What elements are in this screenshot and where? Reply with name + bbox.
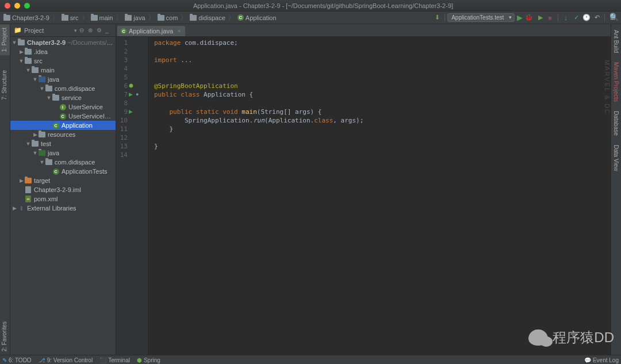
close-window-button[interactable] (5, 3, 10, 9)
hide-panel-icon[interactable]: ⎯ (105, 27, 112, 34)
commit-button[interactable]: ✓ (572, 14, 580, 22)
maximize-window-button[interactable] (24, 3, 30, 9)
favorites-tool-tab[interactable]: 2: Favorites (0, 318, 10, 355)
tree-main[interactable]: ▼ main (10, 66, 116, 75)
maven-projects-tab[interactable]: Maven Projects (612, 59, 620, 105)
right-tool-tabs: Ant Build Maven Projects Database Data V… (611, 24, 621, 355)
revert-button[interactable]: ↶ (593, 14, 601, 22)
ant-build-tab[interactable]: Ant Build (612, 26, 620, 56)
window-title: Application.java - Chapter3-2-9 - [~/Doc… (30, 2, 616, 9)
data-view-tab[interactable]: Data View (612, 141, 620, 174)
expand-arrow-icon[interactable]: ▼ (39, 159, 45, 165)
locate-icon[interactable]: ⊕ (88, 27, 95, 34)
expand-arrow-icon[interactable]: ▶ (18, 49, 24, 55)
minimize-window-button[interactable] (14, 3, 20, 9)
watermark-logo: 程序猿DD (528, 328, 614, 347)
tree-service[interactable]: ▼ service (10, 93, 116, 102)
code-area[interactable]: package com.didispace; import ... @Sprin… (148, 37, 611, 355)
libraries-icon: ⫴ (17, 205, 25, 212)
breadcrumb-com[interactable]: com (158, 14, 178, 21)
tree-root[interactable]: ▼ Chapter3-2-9 ~/Documents/git/githu (10, 38, 116, 47)
expand-arrow-icon[interactable]: ▶ (18, 178, 24, 183)
folder-icon (25, 49, 32, 55)
history-button[interactable]: 🕐 (582, 14, 591, 22)
tree-test-package[interactable]: ▼ com.didispace (10, 158, 116, 167)
tree-userserviceimpl[interactable]: UserServiceImpl (10, 112, 116, 121)
spring-tool-button[interactable]: ⬢Spring (137, 357, 160, 363)
terminal-tool-button[interactable]: ⬛Terminal (99, 357, 130, 363)
expand-arrow-icon[interactable]: ▼ (12, 40, 17, 45)
tree-package[interactable]: ▼ com.didispace (10, 84, 116, 93)
project-panel: 📁 Project ▾ ⊖ ⊕ ⚙ ⎯ ▼ Chapter3-2-9 ~/Doc… (10, 24, 116, 355)
todo-tool-button[interactable]: ✎6: TODO (2, 357, 32, 363)
breadcrumb-didispace[interactable]: didispace (190, 14, 225, 21)
debug-button[interactable]: 🐞 (525, 14, 533, 21)
structure-tool-tab[interactable]: 7: Structure (0, 67, 10, 104)
expand-arrow-icon[interactable]: ▼ (46, 95, 52, 101)
close-tab-icon[interactable]: × (178, 28, 181, 34)
update-project-button[interactable]: ↓ (562, 14, 570, 22)
search-everywhere-button[interactable]: 🔍 (610, 13, 619, 21)
editor-tab-application[interactable]: Application.java × (117, 26, 185, 36)
database-tab[interactable]: Database (612, 108, 620, 139)
editor-body[interactable]: 1234567891011121314 ⬢ ▶ ● ▶ package com.… (116, 37, 611, 355)
package-icon (52, 95, 59, 101)
tree-application[interactable]: Application (10, 121, 116, 130)
stop-button[interactable]: ■ (548, 14, 552, 21)
build-button[interactable]: ⬇ (433, 14, 441, 22)
navigation-bar: Chapter3-2-9 〉 src 〉 main 〉 java 〉 com 〉… (0, 12, 621, 24)
collapse-all-icon[interactable]: ⊖ (79, 27, 86, 34)
class-icon (237, 14, 244, 21)
tree-userservice[interactable]: UserService (10, 102, 116, 112)
tree-external-libs[interactable]: ▶ ⫴ External Libraries (10, 204, 116, 213)
tree-idea[interactable]: ▶ .idea (10, 47, 116, 56)
coverage-button[interactable]: ▶ (536, 14, 545, 22)
implements-icon[interactable]: ● (136, 90, 139, 99)
run-configuration-selector[interactable]: ApplicationTests.test (447, 13, 515, 22)
folder-icon (25, 58, 32, 64)
run-line-icon[interactable]: ▶ (129, 90, 133, 99)
settings-icon[interactable]: ⚙ (97, 27, 103, 34)
event-log-button[interactable]: 💬Event Log (584, 357, 619, 363)
tree-resources[interactable]: ▶ resources (10, 130, 116, 139)
left-tool-tabs: 1: Project 7: Structure 2: Favorites (0, 24, 10, 355)
expand-arrow-icon[interactable]: ▼ (25, 67, 31, 73)
folder-icon (158, 15, 164, 21)
file-icon (25, 186, 31, 193)
folder-icon (32, 67, 39, 73)
expand-arrow-icon[interactable]: ▼ (39, 86, 45, 91)
tree-java[interactable]: ▼ java (10, 75, 116, 84)
folder-icon (91, 15, 98, 21)
tree-test[interactable]: ▼ test (10, 139, 116, 148)
tree-target[interactable]: ▶ target (10, 176, 116, 185)
run-button[interactable]: ▶ (517, 13, 523, 22)
breadcrumb-class[interactable]: Application (237, 14, 277, 21)
class-icon (53, 168, 59, 175)
version-control-tool-button[interactable]: ⎇9: Version Control (39, 357, 93, 363)
line-numbers: 1234567891011121314 (116, 39, 128, 355)
folder-icon (62, 15, 68, 21)
project-tool-tab[interactable]: 1: Project (0, 24, 10, 55)
expand-arrow-icon[interactable]: ▶ (12, 205, 17, 211)
expand-arrow-icon[interactable]: ▼ (18, 58, 24, 64)
spring-bean-icon[interactable]: ⬢ (129, 82, 133, 90)
breadcrumb-src[interactable]: src (62, 14, 79, 21)
project-view-icon[interactable]: 📁 (14, 26, 22, 34)
expand-arrow-icon[interactable]: ▶ (32, 132, 38, 137)
expand-arrow-icon[interactable]: ▼ (32, 150, 38, 156)
breadcrumb-main[interactable]: main (91, 14, 113, 21)
expand-arrow-icon[interactable]: ▼ (25, 141, 31, 147)
bottom-tool-bar: ✎6: TODO ⎇9: Version Control ⬛Terminal ⬢… (0, 355, 621, 364)
package-icon (45, 86, 52, 91)
class-icon (53, 122, 59, 129)
breadcrumb-java[interactable]: java (125, 14, 145, 21)
tree-apptests[interactable]: ApplicationTests (10, 167, 116, 176)
tree-test-java[interactable]: ▼ java (10, 148, 116, 158)
tree-src[interactable]: ▼ src (10, 56, 116, 66)
breadcrumb-root[interactable]: Chapter3-2-9 (3, 14, 49, 21)
tree-pom[interactable]: pom.xml (10, 194, 116, 204)
expand-arrow-icon[interactable]: ▼ (32, 76, 38, 82)
tree-iml[interactable]: Chapter3-2-9.iml (10, 185, 116, 194)
run-line-icon[interactable]: ▶ (129, 108, 133, 116)
project-view-dropdown[interactable]: ▾ (74, 28, 77, 33)
